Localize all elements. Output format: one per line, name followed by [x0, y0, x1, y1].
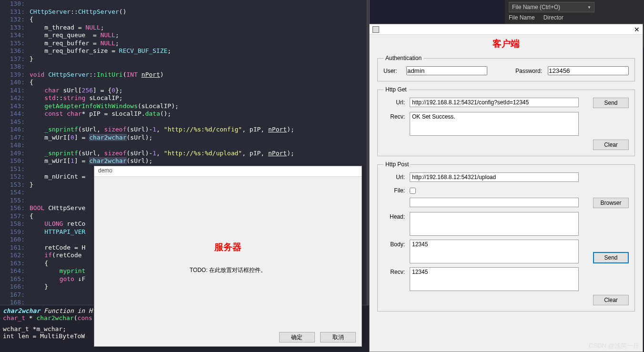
close-icon[interactable]: ✕ [634, 26, 640, 33]
chevron-down-icon: ▼ [587, 5, 591, 10]
password-input[interactable] [548, 66, 629, 75]
post-url-label: Url: [383, 172, 410, 181]
get-url-label: Url: [383, 98, 410, 106]
post-file-checkbox[interactable] [410, 188, 416, 194]
post-body-label: Body: [383, 240, 410, 248]
get-clear-button[interactable]: Clear [593, 140, 629, 150]
get-send-button[interactable]: Send [593, 98, 629, 108]
cancel-button[interactable]: 取消 [320, 332, 356, 342]
get-recv-label: Recv: [383, 112, 410, 120]
user-input[interactable] [406, 66, 487, 75]
column-filename[interactable]: File Name [509, 14, 535, 21]
client-dialog-titlebar[interactable]: ✕ [370, 24, 643, 35]
post-head-textarea[interactable] [410, 212, 579, 236]
ok-button[interactable]: 确定 [279, 332, 315, 342]
client-title: 客户端 [370, 38, 643, 50]
server-dialog-titlebar[interactable]: demo [94, 166, 362, 177]
server-dialog: demo 服务器 TODO: 在此放置对话框控件。 确定 取消 [94, 166, 362, 347]
post-url-input[interactable] [410, 172, 579, 182]
password-label: Password: [515, 68, 548, 74]
authentication-legend: Authentication [383, 55, 423, 61]
post-send-button[interactable]: Send [593, 252, 629, 263]
post-recv-textarea[interactable]: 12345 [410, 267, 579, 291]
get-recv-textarea[interactable]: OK Set Success. [410, 112, 579, 136]
server-label: 服务器 [214, 241, 242, 253]
filename-combo[interactable]: File Name (Ctrl+O) ▼ [509, 2, 594, 12]
post-head-label: Head: [383, 212, 410, 220]
user-label: User: [383, 68, 406, 74]
app-icon [372, 26, 379, 33]
post-body-textarea[interactable]: 12345 [410, 240, 579, 263]
authentication-group: Authentication User: Password: [377, 55, 635, 81]
filename-placeholder: File Name (Ctrl+O) [512, 4, 560, 10]
post-browser-button[interactable]: Browser [593, 198, 629, 208]
get-url-input[interactable] [410, 98, 579, 107]
http-post-legend: Http Post [383, 161, 411, 168]
http-get-group: Http Get Url: Send Recv: OK Set Success.… [377, 86, 635, 156]
server-dialog-title: demo [98, 167, 112, 174]
server-todo-text: TODO: 在此放置对话框控件。 [190, 266, 266, 274]
post-file-label: File: [383, 186, 410, 194]
post-clear-button[interactable]: Clear [593, 295, 629, 305]
post-recv-label: Recv: [383, 267, 410, 275]
line-gutter: 130:131:132:133:134:135:136:137:138:139:… [0, 0, 29, 305]
http-get-legend: Http Get [383, 86, 409, 93]
post-file-path-input[interactable] [410, 198, 579, 207]
column-director[interactable]: Director [543, 14, 564, 21]
watermark: CSDN @浅笑一斤 [589, 342, 639, 350]
http-post-group: Http Post Url: File: Browser Head: Body:… [377, 161, 635, 312]
client-dialog: ✕ 客户端 Authentication User: Password: Htt… [369, 24, 643, 352]
